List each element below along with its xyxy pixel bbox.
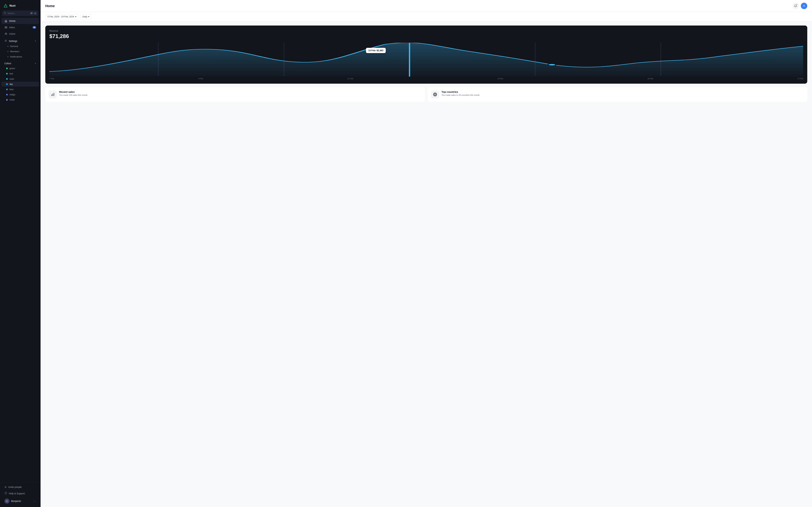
- date-range-picker[interactable]: 5 Feb, 2024 - 19 Feb, 2024 ▾: [45, 14, 78, 19]
- bar-chart-icon: [51, 93, 55, 97]
- teal-label: teal: [9, 72, 13, 75]
- chart-x-labels: 7 Feb 9 Feb 11 Feb 13 Feb 15 Feb 17 Feb: [49, 76, 803, 79]
- notifications-label: Notifications: [10, 55, 22, 58]
- top-countries-content: Top countries You made sales in 20 count…: [442, 91, 480, 96]
- app-logo[interactable]: Nuxt: [0, 0, 40, 10]
- color-item-cyan[interactable]: cyan: [1, 76, 39, 81]
- invite-label: Invite people: [8, 486, 22, 489]
- svg-point-4: [5, 40, 6, 41]
- inbox-label: Inbox: [9, 26, 31, 29]
- sidebar-bottom: ⊕ Invite people Help & Support B Benjami…: [0, 482, 40, 507]
- add-button[interactable]: +: [801, 3, 807, 9]
- notifications-button[interactable]: [793, 3, 799, 9]
- sidebar-item-users[interactable]: Users: [1, 31, 39, 37]
- indigo-label: indigo: [9, 93, 15, 96]
- sub-dot-icon: [7, 46, 8, 47]
- period-value: Daily: [82, 15, 88, 18]
- globe-icon: [433, 92, 437, 97]
- svg-point-13: [548, 64, 556, 66]
- search-shortcut: ⌘ K: [30, 12, 37, 14]
- page-title: Home: [45, 4, 55, 8]
- sub-dot-icon: [7, 51, 8, 52]
- sidebar: Nuxt Search... ⌘ K Home: [0, 0, 41, 507]
- x-label-3: 13 Feb: [498, 77, 503, 79]
- color-item-blue[interactable]: blue: [1, 87, 39, 92]
- color-item-teal[interactable]: teal: [1, 71, 39, 76]
- svg-point-3: [6, 33, 7, 34]
- settings-icon: [4, 39, 7, 43]
- colors-section-header[interactable]: Colors ▾: [1, 61, 39, 65]
- sky-dot: [6, 83, 8, 85]
- recent-sales-subtitle: You made 128 sales this month.: [59, 94, 88, 96]
- members-label: Members: [10, 50, 19, 53]
- cyan-label: cyan: [9, 77, 14, 80]
- color-item-green[interactable]: green: [1, 66, 39, 71]
- sub-dot-icon: [7, 56, 8, 57]
- app-name: Nuxt: [9, 4, 15, 7]
- notification-dot: [796, 4, 798, 5]
- home-label: Home: [9, 19, 36, 22]
- top-countries-title: Top countries: [442, 91, 480, 93]
- color-item-sky[interactable]: sky: [1, 81, 39, 87]
- recent-sales-card: Recent sales You made 128 sales this mon…: [45, 87, 425, 102]
- revenue-label: Revenue: [49, 30, 803, 32]
- x-label-5: 17 Feb: [798, 77, 803, 79]
- user-name: Benjamin: [11, 500, 32, 502]
- recent-sales-title: Recent sales: [59, 91, 88, 93]
- date-range-value: 5 Feb, 2024 - 19 Feb, 2024: [48, 15, 74, 18]
- svg-rect-1: [5, 26, 7, 28]
- svg-rect-14: [51, 95, 52, 96]
- user-more-icon[interactable]: ⋯: [33, 500, 36, 503]
- revenue-chart-svg: [49, 43, 803, 76]
- teal-dot: [6, 73, 8, 74]
- x-label-1: 9 Feb: [198, 77, 203, 79]
- green-dot: [6, 68, 8, 69]
- home-icon: [4, 19, 7, 22]
- sidebar-item-members[interactable]: Members: [1, 49, 39, 54]
- color-item-indigo[interactable]: indigo: [1, 92, 39, 97]
- invite-people-button[interactable]: ⊕ Invite people: [1, 484, 39, 490]
- top-countries-card: Top countries You made sales in 20 count…: [428, 87, 807, 102]
- blue-dot: [6, 89, 8, 90]
- colors-label: Colors: [4, 62, 11, 65]
- x-label-0: 7 Feb: [49, 77, 54, 79]
- inbox-icon: [4, 26, 7, 29]
- colors-chevron-icon: ▾: [35, 62, 36, 65]
- sidebar-item-inbox[interactable]: Inbox 4: [1, 24, 39, 31]
- recent-sales-content: Recent sales You made 128 sales this mon…: [59, 91, 88, 96]
- header-actions: +: [793, 3, 807, 9]
- chart-tooltip: 13 Feb: $2,483: [366, 48, 386, 53]
- top-countries-icon-wrap: [431, 91, 439, 99]
- main-header: Home +: [41, 0, 812, 12]
- top-countries-subtitle: You made sales in 20 countries this mont…: [442, 94, 480, 96]
- violet-dot: [6, 99, 8, 101]
- svg-rect-15: [52, 94, 53, 96]
- users-label: Users: [9, 33, 36, 35]
- period-chevron-icon: ▾: [88, 15, 90, 18]
- users-icon: [4, 32, 7, 35]
- bottom-cards-row: Recent sales You made 128 sales this mon…: [45, 87, 807, 102]
- x-label-4: 15 Feb: [647, 77, 653, 79]
- search-icon: [4, 12, 6, 15]
- violet-label: violet: [9, 99, 14, 101]
- settings-section-header[interactable]: Settings ▾: [1, 38, 39, 43]
- blue-label: blue: [9, 88, 14, 91]
- help-support-button[interactable]: Help & Support: [1, 490, 39, 497]
- user-avatar: B: [4, 499, 9, 504]
- sidebar-item-notifications[interactable]: Notifications: [1, 54, 39, 59]
- user-profile-button[interactable]: B Benjamin ⋯: [1, 497, 39, 505]
- settings-chevron-icon: ▾: [35, 40, 36, 42]
- sky-label: sky: [9, 83, 13, 86]
- cyan-dot: [6, 78, 8, 80]
- search-bar[interactable]: Search... ⌘ K: [2, 10, 38, 16]
- chart-area: 13 Feb: $2,483: [49, 43, 803, 76]
- content-area: Revenue $71,286: [41, 21, 812, 507]
- svg-rect-16: [54, 93, 54, 96]
- toolbar: 5 Feb, 2024 - 19 Feb, 2024 ▾ Daily ▾: [41, 12, 812, 21]
- period-selector[interactable]: Daily ▾: [80, 14, 92, 19]
- sidebar-item-general[interactable]: General: [1, 44, 39, 49]
- general-label: General: [10, 45, 18, 48]
- sidebar-item-home[interactable]: Home: [1, 18, 39, 24]
- search-placeholder: Search...: [7, 12, 28, 14]
- color-item-violet[interactable]: violet: [1, 97, 39, 102]
